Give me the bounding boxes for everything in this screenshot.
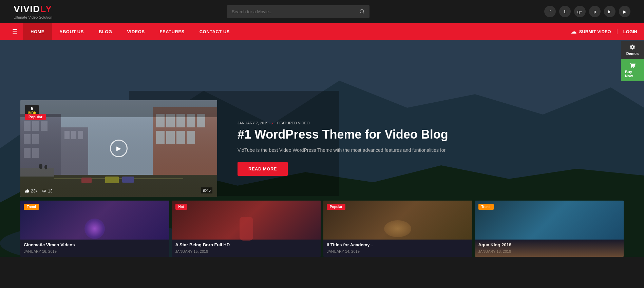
hamburger-icon[interactable]: ☰ bbox=[7, 28, 23, 35]
facebook-icon[interactable]: f bbox=[544, 6, 556, 17]
demos-label: Demos bbox=[626, 52, 639, 56]
instagram-icon[interactable]: in bbox=[604, 6, 615, 17]
comments-count: 13 bbox=[42, 189, 52, 193]
imdb-score: 5 bbox=[31, 106, 33, 111]
svg-rect-39 bbox=[20, 100, 217, 117]
desert-decoration bbox=[475, 240, 624, 257]
social-icons: f 𝕥 g+ p in ▶ bbox=[544, 6, 630, 17]
thumb-card-3[interactable]: Popular 6 Titles for Academy... JANUARY … bbox=[323, 201, 472, 257]
thumb-card-1[interactable]: Trend Cinematic Vimeo Videos JANUARY 16,… bbox=[20, 201, 169, 257]
thumb-badge-2: Hot bbox=[175, 204, 187, 210]
twitter-icon[interactable]: 𝕥 bbox=[559, 6, 571, 17]
likes-value: 23k bbox=[31, 189, 37, 193]
thumb-badge-3: Popular bbox=[327, 204, 345, 210]
logo-ly: LY bbox=[40, 4, 52, 14]
thumb-card-4[interactable]: Trend Aqua King 2018 JANUARY 13, 2019 bbox=[475, 201, 624, 257]
cart-icon bbox=[629, 62, 636, 68]
search-bar[interactable] bbox=[227, 5, 370, 18]
thumb-info-2: A Star Being Born Full HD JANUARY 15, 20… bbox=[172, 240, 321, 257]
logo-text: VIVIDLY bbox=[14, 4, 52, 15]
nav-divider: | bbox=[617, 28, 618, 35]
nav-bar: ☰ HOME ABOUT US BLOG VIDEOS FEATURES CON… bbox=[0, 23, 644, 40]
google-plus-icon[interactable]: g+ bbox=[574, 6, 586, 17]
buy-now-label: Buy Now bbox=[625, 70, 640, 78]
top-bar: VIVIDLY Ultimate Video Solution f 𝕥 g+ p… bbox=[0, 0, 644, 23]
play-button[interactable]: ▶ bbox=[110, 140, 128, 157]
login-button[interactable]: LOGIN bbox=[623, 29, 637, 34]
thumb-image-2 bbox=[172, 201, 321, 240]
youtube-icon[interactable]: ▶ bbox=[619, 6, 630, 17]
thumb-date-2: JANUARY 15, 2019 bbox=[175, 249, 318, 253]
main-video-thumbnail[interactable]: 5 IMDb Popular ▶ 23k 13 9:45 bbox=[20, 100, 217, 197]
logo-tagline: Ultimate Video Solution bbox=[14, 15, 52, 19]
thumb-info-1: Cinematic Vimeo Videos JANUARY 16, 2019 bbox=[20, 240, 169, 257]
likes-count: 23k bbox=[25, 189, 37, 193]
svg-point-0 bbox=[360, 9, 364, 13]
gear-icon bbox=[629, 44, 636, 50]
submit-video-button[interactable]: ☁ SUBMIT VIDEO bbox=[571, 28, 611, 35]
thumb-title-1: Cinematic Vimeo Videos bbox=[24, 242, 166, 248]
main-description: VidTube is the best Video WordPress Them… bbox=[238, 146, 624, 154]
thumb-badge-1: Trend bbox=[24, 204, 39, 210]
thumb-date-1: JANUARY 16, 2019 bbox=[24, 249, 166, 253]
featured-date: JANUARY 7, 2019 • FEATURED VIDEO bbox=[238, 121, 624, 125]
thumb-title-2: A Star Being Born Full HD bbox=[175, 242, 318, 248]
nav-right: ☁ SUBMIT VIDEO | LOGIN bbox=[571, 28, 644, 35]
comment-icon bbox=[42, 189, 46, 193]
thumb-up-icon bbox=[25, 189, 29, 193]
search-icon bbox=[359, 9, 365, 14]
nav-item-about[interactable]: ABOUT US bbox=[52, 23, 91, 40]
read-more-button[interactable]: READ MORE bbox=[238, 162, 288, 176]
nav-item-features[interactable]: FEATURES bbox=[152, 23, 192, 40]
search-input[interactable] bbox=[232, 9, 359, 14]
thumb-title-3: 6 Titles for Academy... bbox=[327, 242, 469, 248]
main-video-area: 5 IMDb Popular ▶ 23k 13 9:45 bbox=[20, 100, 217, 197]
thumb-info-3: 6 Titles for Academy... JANUARY 14, 2019 bbox=[323, 240, 472, 257]
main-title: #1 WordPress Theme for Video Blog bbox=[238, 127, 624, 142]
thumb-card-2[interactable]: Hot A Star Being Born Full HD JANUARY 15… bbox=[172, 201, 321, 257]
nav-item-blog[interactable]: BLOG bbox=[91, 23, 120, 40]
info-panel: JANUARY 7, 2019 • FEATURED VIDEO #1 Word… bbox=[231, 121, 624, 176]
jellyfish-decoration bbox=[84, 219, 105, 239]
demos-panel: Demos Buy Now bbox=[621, 41, 644, 81]
nav-item-home[interactable]: HOME bbox=[23, 23, 52, 40]
thumb-image-3 bbox=[323, 201, 472, 240]
nav-links: HOME ABOUT US BLOG VIDEOS FEATURES CONTA… bbox=[23, 23, 571, 40]
comments-value: 13 bbox=[48, 189, 52, 193]
cloud-upload-icon: ☁ bbox=[571, 28, 576, 35]
canyon-decoration bbox=[384, 220, 411, 237]
popular-badge: Popular bbox=[25, 114, 46, 120]
video-meta: 23k 13 bbox=[25, 189, 53, 193]
buy-now-button[interactable]: Buy Now bbox=[621, 59, 644, 81]
logo: VIVIDLY Ultimate Video Solution bbox=[14, 4, 52, 19]
thumb-image-4 bbox=[475, 201, 624, 240]
thumb-badge-4: Trend bbox=[478, 204, 494, 210]
svg-line-1 bbox=[363, 13, 364, 14]
demos-button[interactable]: Demos bbox=[621, 41, 644, 59]
submit-video-label: SUBMIT VIDEO bbox=[579, 29, 611, 34]
hero-section: 5 IMDb Popular ▶ 23k 13 9:45 bbox=[0, 40, 644, 257]
thumb-date-3: JANUARY 14, 2019 bbox=[327, 249, 469, 253]
logo-vivid: VIVID bbox=[14, 4, 40, 14]
violin-decoration bbox=[240, 217, 253, 241]
thumb-image-1 bbox=[20, 201, 169, 240]
thumbnail-row: Trend Cinematic Vimeo Videos JANUARY 16,… bbox=[20, 201, 624, 257]
nav-item-videos[interactable]: VIDEOS bbox=[119, 23, 152, 40]
nav-item-contact[interactable]: CONTACT US bbox=[192, 23, 237, 40]
video-duration: 9:45 bbox=[201, 187, 212, 193]
pinterest-icon[interactable]: p bbox=[589, 6, 601, 17]
